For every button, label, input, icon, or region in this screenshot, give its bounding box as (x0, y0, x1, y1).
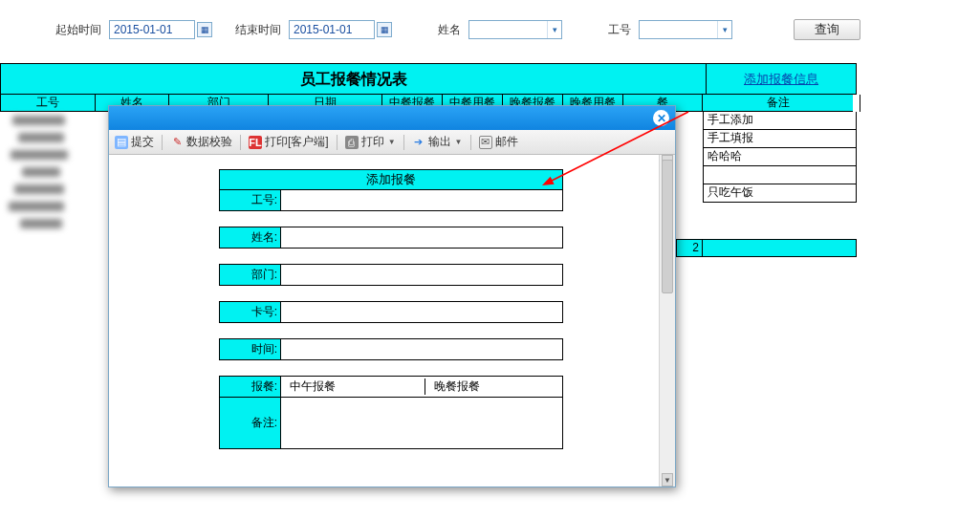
empno-combo[interactable]: ▾ (639, 20, 732, 39)
print-button[interactable]: ⎙打印▼ (345, 134, 396, 150)
remark-cell: 手工填报 (703, 130, 857, 148)
table-row: 手工添加 (703, 112, 857, 130)
validate-button[interactable]: ✎数据校验 (170, 134, 232, 150)
label-cardno: 卡号: (220, 302, 281, 323)
col-empno: 工号 (1, 95, 96, 112)
chevron-down-icon[interactable]: ▾ (717, 21, 731, 38)
add-link-cell: 添加报餐信息 (706, 63, 857, 95)
dialog-body: 添加报餐 工号: 姓名: 部门: 卡号: 时间: 报餐: 中午报餐 (109, 155, 675, 487)
label-empno: 工号: (220, 190, 281, 211)
add-meal-dialog: ✕ ▤提交 ✎数据校验 FL打印[客户端] ⎙打印▼ ➔输出▼ ✉邮件 添加报餐… (108, 105, 676, 487)
dialog-scrollbar[interactable]: ▲ ▼ (659, 155, 675, 487)
chevron-down-icon[interactable]: ▼ (388, 138, 396, 146)
empno-label: 工号 (608, 22, 631, 38)
input-empno[interactable] (285, 192, 558, 209)
remark-cell: 只吃午饭 (703, 184, 857, 203)
label-dept: 部门: (220, 265, 281, 286)
mail-icon: ✉ (479, 136, 492, 149)
blurred-data-rows (1, 112, 106, 232)
name-label: 姓名 (438, 22, 461, 38)
input-remark[interactable] (281, 398, 563, 449)
total-remark-empty (703, 239, 857, 257)
filter-bar: 起始时间 ▦ 结束时间 ▦ 姓名 ▾ 工号 ▾ 查询 (0, 17, 980, 42)
form-title: 添加报餐 (219, 169, 563, 190)
label-remark: 备注: (220, 398, 281, 449)
checkbox-dinner-label: 晚餐报餐 (434, 378, 480, 395)
input-time[interactable] (285, 341, 558, 358)
remark-cell: 哈哈哈 (703, 148, 857, 166)
dialog-titlebar[interactable]: ✕ (109, 106, 675, 130)
calendar-icon[interactable]: ▦ (377, 22, 392, 37)
chevron-down-icon[interactable]: ▼ (455, 138, 463, 146)
printer-icon: ⎙ (345, 136, 359, 149)
checkbox-lunch-label: 中午报餐 (290, 378, 336, 395)
table-row (703, 166, 857, 184)
dialog-toolbar: ▤提交 ✎数据校验 FL打印[客户端] ⎙打印▼ ➔输出▼ ✉邮件 (109, 130, 675, 155)
mail-button[interactable]: ✉邮件 (479, 134, 518, 150)
label-name: 姓名: (220, 227, 281, 249)
table-row: 只吃午饭 (703, 184, 857, 203)
start-date-label: 起始时间 (55, 22, 101, 38)
calendar-icon[interactable]: ▦ (197, 22, 212, 37)
scroll-down-icon[interactable]: ▼ (662, 473, 673, 487)
submit-button[interactable]: ▤提交 (115, 134, 154, 150)
remark-cell (703, 166, 857, 184)
name-combo[interactable]: ▾ (468, 20, 562, 39)
end-date-label: 结束时间 (235, 22, 281, 38)
remark-cell: 手工添加 (703, 112, 857, 130)
chevron-down-icon[interactable]: ▾ (547, 21, 561, 38)
scroll-thumb[interactable] (662, 160, 673, 293)
print-client-button[interactable]: FL打印[客户端] (249, 134, 329, 150)
total-row: 2 (676, 239, 857, 257)
close-icon[interactable]: ✕ (653, 110, 669, 126)
query-button[interactable]: 查询 (794, 19, 860, 40)
remarks-column: 手工添加 手工填报 哈哈哈 只吃午饭 (703, 112, 857, 203)
meal-form: 添加报餐 工号: 姓名: 部门: 卡号: 时间: 报餐: 中午报餐 (219, 169, 563, 449)
check-icon: ✎ (170, 136, 184, 149)
input-name[interactable] (285, 229, 558, 247)
label-meal: 报餐: (220, 377, 281, 398)
total-count: 2 (676, 239, 703, 257)
end-date-input[interactable] (289, 20, 375, 39)
add-meal-link[interactable]: 添加报餐信息 (744, 71, 818, 88)
input-cardno[interactable] (285, 304, 558, 321)
label-time: 时间: (220, 339, 281, 360)
table-row: 手工填报 (703, 130, 857, 148)
export-icon: ➔ (412, 136, 425, 149)
start-date-input[interactable] (109, 20, 195, 39)
report-title: 员工报餐情况表 (0, 63, 706, 95)
export-button[interactable]: ➔输出▼ (412, 134, 463, 150)
save-icon: ▤ (115, 136, 128, 149)
flash-icon: FL (249, 136, 262, 149)
col-remark: 备注 (703, 95, 853, 112)
input-dept[interactable] (285, 267, 558, 284)
table-row: 哈哈哈 (703, 148, 857, 166)
